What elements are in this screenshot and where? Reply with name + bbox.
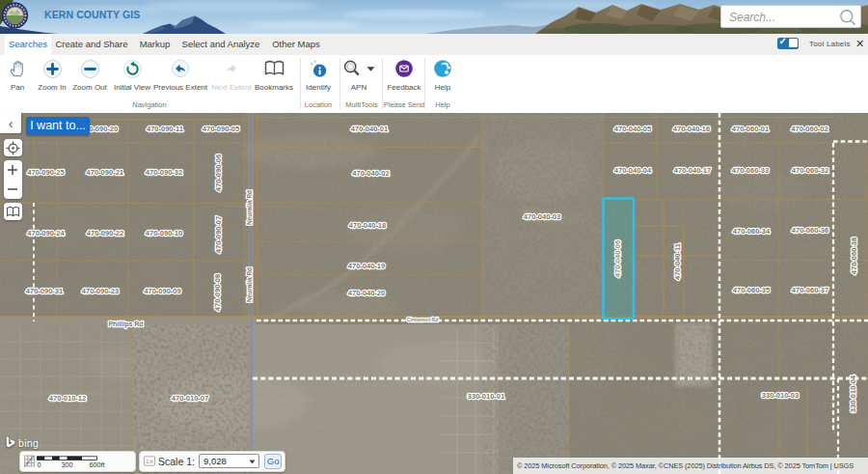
svg-text:470-090-23: 470-090-23 <box>82 287 119 295</box>
svg-text:470-040-16: 470-040-16 <box>673 125 710 133</box>
svg-text:470-040-11: 470-040-11 <box>673 243 682 280</box>
svg-text:470-090-05: 470-090-05 <box>203 125 239 133</box>
svg-text:470-090-24: 470-090-24 <box>27 229 65 237</box>
svg-text:470-090-32: 470-090-32 <box>146 168 182 177</box>
svg-text:470-010-07: 470-010-07 <box>172 394 208 403</box>
svg-text:330-010-04: 330-010-04 <box>849 375 857 412</box>
svg-text:Cinnamon Rd: Cinnamon Rd <box>407 317 439 322</box>
svg-text:330-010-03: 330-010-03 <box>762 391 799 400</box>
svg-text:600ft: 600ft <box>89 460 104 469</box>
svg-text:470-090-21: 470-090-21 <box>87 168 123 177</box>
svg-text:470-040-17: 470-040-17 <box>674 166 711 175</box>
svg-text:470-040-06: 470-040-06 <box>613 240 622 277</box>
svg-text:470-040-02: 470-040-02 <box>352 169 389 178</box>
svg-text:470-090-07: 470-090-07 <box>214 216 223 253</box>
svg-text:470-090-08: 470-090-08 <box>213 274 222 311</box>
svg-text:470-090-06: 470-090-06 <box>214 154 223 191</box>
svg-text:470-090-25: 470-090-25 <box>27 168 64 177</box>
svg-text:470-060-35: 470-060-35 <box>733 286 770 294</box>
svg-text:470-060-36: 470-060-36 <box>792 226 828 235</box>
svg-text:470-060-32: 470-060-32 <box>792 166 828 175</box>
svg-text:330-010-01: 330-010-01 <box>468 392 504 401</box>
svg-text:470-040-19: 470-040-19 <box>348 262 385 270</box>
svg-text:Phillips Rd: Phillips Rd <box>108 321 143 328</box>
svg-text:470-040-05: 470-040-05 <box>614 125 651 133</box>
svg-text:470-040-04: 470-040-04 <box>614 166 652 175</box>
svg-text:470-090-10: 470-090-10 <box>146 229 182 237</box>
svg-text:470-060-38: 470-060-38 <box>850 237 858 274</box>
svg-text:470-040-03: 470-040-03 <box>524 212 560 221</box>
svg-text:300: 300 <box>61 460 72 469</box>
svg-text:470-060-33: 470-060-33 <box>732 166 769 175</box>
svg-text:1:n: 1:n <box>146 459 152 464</box>
svg-text:470-060-02: 470-060-02 <box>791 125 827 133</box>
svg-text:470-090-22: 470-090-22 <box>87 229 123 237</box>
svg-text:470-010-12: 470-010-12 <box>49 394 86 403</box>
svg-text:0: 0 <box>37 460 41 469</box>
svg-text:470-060-37: 470-060-37 <box>792 286 828 294</box>
svg-text:470-090-11: 470-090-11 <box>147 125 183 133</box>
svg-text:Neuralia Rd: Neuralia Rd <box>246 267 253 302</box>
svg-text:Neuralia Rd: Neuralia Rd <box>246 190 253 225</box>
svg-text:470-090-31: 470-090-31 <box>26 287 63 295</box>
svg-text:470-040-18: 470-040-18 <box>349 221 386 230</box>
svg-text:470-040-20: 470-040-20 <box>348 289 385 297</box>
svg-text:470-090-09: 470-090-09 <box>144 287 180 295</box>
svg-text:470-040-01: 470-040-01 <box>351 125 388 133</box>
svg-text:470-060-34: 470-060-34 <box>733 227 771 236</box>
svg-text:470-060-01: 470-060-01 <box>732 125 769 133</box>
